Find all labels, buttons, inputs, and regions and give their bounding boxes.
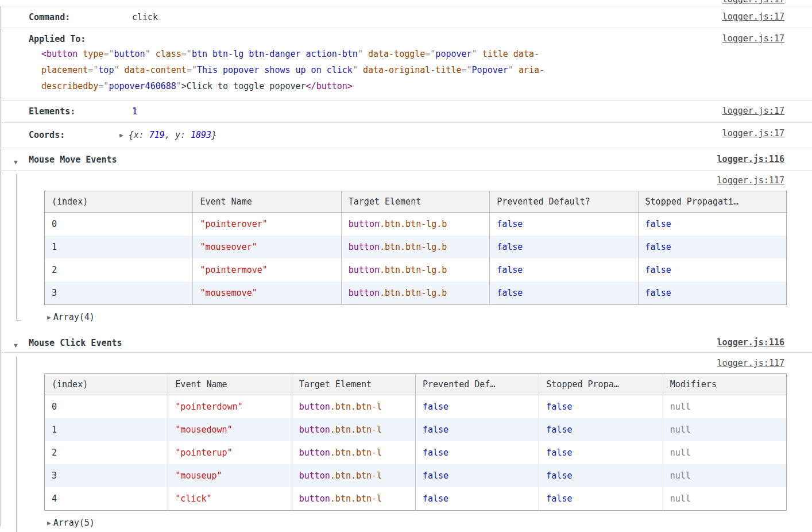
table-header-prevented[interactable]: Prevented Default? <box>490 191 638 213</box>
table-header-target[interactable]: Target Element <box>292 374 415 395</box>
collapsed-triangle-icon[interactable]: ▶ <box>47 516 51 530</box>
element-tag: button <box>299 494 330 504</box>
element-classes: .btn.btn-l <box>330 448 382 458</box>
element-classes: .btn.btn-l <box>330 494 382 504</box>
array-preview[interactable]: ▶Array(4) <box>47 310 812 325</box>
table-row: 1"mouseover"button.btn.btn-lg.bfalsefals… <box>45 236 787 259</box>
array-preview[interactable]: ▶Array(5) <box>47 516 812 530</box>
collapsed-triangle-icon[interactable]: ▶ <box>119 129 123 142</box>
group-guide-line <box>16 357 17 532</box>
table-cell-stopped: false <box>539 441 663 464</box>
group-header-mouse-move-events[interactable]: ▼ Mouse Move Events logger.js:116 <box>0 148 812 171</box>
group-title: Mouse Click Events <box>29 338 122 348</box>
table-cell-index: 2 <box>45 441 168 464</box>
code-line: placement="top" data-content="This popov… <box>41 62 726 78</box>
table-cell-target[interactable]: button.btn.btn-l <box>292 487 415 511</box>
table-cell-prevented: false <box>490 213 638 236</box>
table-cell-target[interactable]: button.btn.btn-lg.b <box>341 259 489 282</box>
table-row: 1"mousedown"button.btn.btn-lfalsefalsenu… <box>45 418 787 441</box>
group-header-mouse-click-events[interactable]: ▼ Mouse Click Events logger.js:116 <box>0 328 812 353</box>
element-classes: .btn.btn-lg.b <box>380 265 447 275</box>
table-log-row: logger.js:117 <box>0 174 812 188</box>
element-tag: button <box>349 219 380 229</box>
table-cell-target[interactable]: button.btn.btn-lg.b <box>341 282 489 305</box>
clipped-log-row: logger.js:17 <box>0 0 812 6</box>
table-cell-modifiers: null <box>663 464 786 487</box>
table-cell-event: "mousemove" <box>193 282 341 305</box>
table-cell-event: "mouseup" <box>168 464 292 487</box>
collapsed-triangle-icon[interactable]: ▶ <box>47 311 51 325</box>
table-row: 4"click"button.btn.btn-lfalsefalsenull <box>45 487 787 511</box>
table-header-prevented[interactable]: Prevented Def… <box>415 374 539 395</box>
table-cell-prevented: false <box>415 487 539 511</box>
table-cell-prevented: false <box>490 282 638 305</box>
source-link[interactable]: logger.js:17 <box>722 32 784 45</box>
table-cell-target[interactable]: button.btn.btn-l <box>292 418 415 441</box>
table-cell-target[interactable]: button.btn.btn-l <box>292 441 415 464</box>
table-cell-event: "mouseover" <box>193 236 341 259</box>
table-header-event[interactable]: Event Name <box>168 374 292 395</box>
table-header-stopped[interactable]: Stopped Propagati… <box>638 191 786 213</box>
coords-x-value: 719 <box>149 130 165 140</box>
table-header-stopped[interactable]: Stopped Propa… <box>539 374 663 395</box>
table-header-target[interactable]: Target Element <box>341 191 489 213</box>
log-row-applied-to: Applied To: logger.js:17 <button type="b… <box>0 28 812 101</box>
source-link[interactable]: logger.js:116 <box>717 336 784 349</box>
elements-value: 1 <box>132 106 137 117</box>
element-tag: button <box>299 425 330 435</box>
table-header-row: (index)Event NameTarget ElementPrevented… <box>45 191 787 213</box>
table-cell-stopped: false <box>638 282 786 305</box>
table-header-index[interactable]: (index) <box>45 374 168 395</box>
table-cell-stopped: false <box>539 395 663 419</box>
element-tag: button <box>299 471 330 481</box>
elements-label: Elements: <box>29 105 132 118</box>
table-cell-event: "click" <box>168 487 292 511</box>
command-label: Command: <box>29 10 132 24</box>
source-link[interactable]: logger.js:117 <box>717 174 784 187</box>
coords-y-value: 1893 <box>191 130 211 140</box>
source-link[interactable]: logger.js:17 <box>722 10 784 23</box>
source-link[interactable]: logger.js:116 <box>717 153 784 165</box>
code-line: describedby="popover460688">Click to tog… <box>41 78 726 94</box>
table-row: 0"pointerdown"button.btn.btn-lfalsefalse… <box>45 395 787 419</box>
coords-x-key: x: <box>134 130 144 140</box>
table-cell-event: "pointerup" <box>168 441 292 464</box>
table-row: 3"mousemove"button.btn.btn-lg.bfalsefals… <box>45 282 787 305</box>
table-cell-stopped: false <box>638 236 786 259</box>
table-header-event[interactable]: Event Name <box>193 191 341 213</box>
expanded-triangle-icon[interactable]: ▼ <box>14 156 18 169</box>
table-cell-index: 1 <box>45 418 168 441</box>
element-classes: .btn.btn-l <box>330 471 382 481</box>
table-row: 2"pointerup"button.btn.btn-lfalsefalsenu… <box>45 441 787 464</box>
table-cell-index: 4 <box>45 487 168 511</box>
table-log-row: logger.js:117 <box>0 357 812 371</box>
element-classes: .btn.btn-l <box>330 425 382 435</box>
table-cell-stopped: false <box>539 418 663 441</box>
table-row: 2"pointermove"button.btn.btn-lg.bfalsefa… <box>45 259 787 282</box>
log-row-elements: Elements:1 logger.js:17 <box>0 101 812 123</box>
table-cell-event: "pointerdown" <box>168 395 292 419</box>
element-tag: button <box>349 265 380 275</box>
mouse-move-events-table: (index)Event NameTarget ElementPrevented… <box>44 191 787 305</box>
table-cell-target[interactable]: button.btn.btn-l <box>292 464 415 487</box>
array-label: Array(5) <box>53 518 95 528</box>
source-link[interactable]: logger.js:17 <box>722 105 784 117</box>
coords-object-preview[interactable]: {x: 719, y: 1893} <box>129 130 217 140</box>
table-cell-index: 0 <box>45 213 193 236</box>
log-row-command: Command:click logger.js:17 <box>0 6 812 28</box>
table-cell-target[interactable]: button.btn.btn-lg.b <box>341 213 489 236</box>
source-link[interactable]: logger.js:117 <box>717 357 784 369</box>
table-header-modifiers[interactable]: Modifiers <box>663 374 786 395</box>
table-cell-prevented: false <box>490 236 638 259</box>
table-cell-index: 1 <box>45 236 193 259</box>
table-cell-target[interactable]: button.btn.btn-l <box>292 395 415 419</box>
table-header-index[interactable]: (index) <box>45 191 193 213</box>
group-title: Mouse Move Events <box>29 155 117 165</box>
expanded-triangle-icon[interactable]: ▼ <box>14 339 18 353</box>
table-cell-target[interactable]: button.btn.btn-lg.b <box>341 236 489 259</box>
source-link[interactable]: logger.js:17 <box>722 0 784 6</box>
source-link[interactable]: logger.js:17 <box>722 127 784 140</box>
element-tag: button <box>299 402 330 412</box>
table-cell-modifiers: null <box>663 487 786 511</box>
html-element-preview[interactable]: <button type="button" class="btn btn-lg … <box>29 46 726 94</box>
